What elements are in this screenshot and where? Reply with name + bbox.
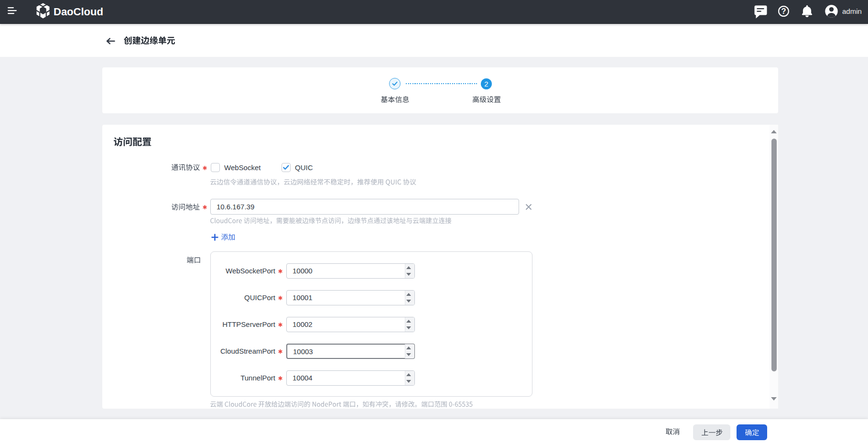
svg-text:?: ? xyxy=(781,7,786,15)
